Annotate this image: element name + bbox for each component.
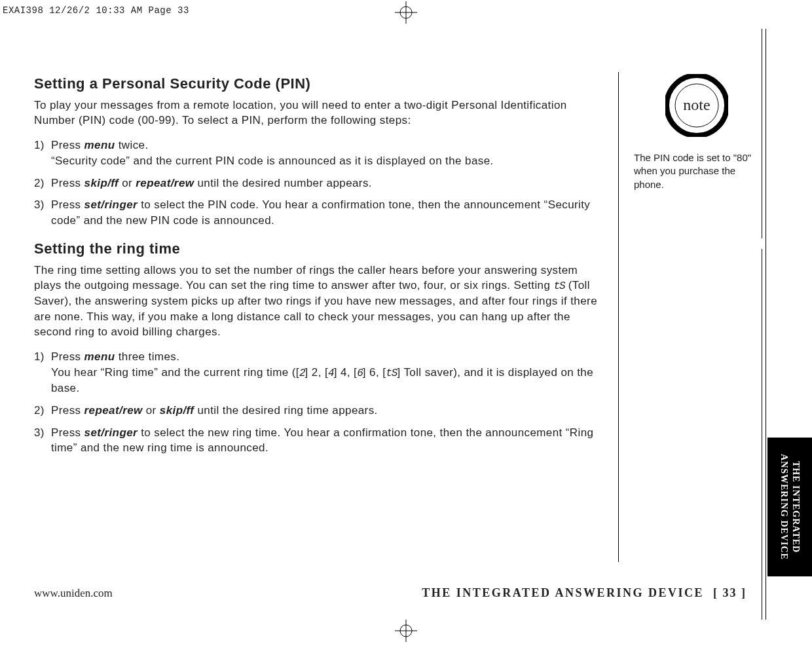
main-column: Setting a Personal Security Code (PIN) T… — [34, 75, 604, 468]
intro-ringtime: The ring time setting allows you to set … — [34, 263, 604, 340]
step-body: Press menu three times. You hear “Ring t… — [51, 349, 604, 396]
step-ring-2: 2) Press repeat/rew or skip/ff until the… — [34, 403, 604, 419]
trim-line-inner-top — [762, 29, 762, 238]
text: You hear “Ring time” and the current rin… — [51, 366, 299, 379]
step-number: 2) — [34, 403, 51, 419]
step-body: Press skip/ff or repeat/rew until the de… — [51, 176, 604, 191]
step-pin-2: 2) Press skip/ff or repeat/rew until the… — [34, 176, 604, 191]
sidebar-note: note The PIN code is set to "80" when yo… — [634, 74, 760, 191]
step-ring-3: 3) Press set/ringer to select the new ri… — [34, 425, 604, 457]
note-icon: note — [665, 74, 728, 137]
step-body: Press repeat/rew or skip/ff until the de… — [51, 403, 604, 419]
button-label-menu: menu — [84, 350, 115, 363]
heading-ringtime: Setting the ring time — [34, 240, 604, 257]
text: Press — [51, 139, 84, 151]
step-body: Press set/ringer to select the PIN code.… — [51, 197, 604, 229]
note-text: The PIN code is set to "80" when you pur… — [634, 151, 760, 191]
button-label-repeatrew: repeat/rew — [136, 177, 194, 189]
segment-display-6: 6 — [357, 367, 363, 379]
footer-url: www.uniden.com — [34, 587, 113, 600]
section-tab: THE INTEGRATED ANSWERING DEVICE — [767, 438, 812, 576]
step-number: 1) — [34, 138, 51, 169]
step-pin-3: 3) Press set/ringer to select the PIN co… — [34, 197, 604, 229]
step-number: 1) — [34, 349, 51, 396]
step-number: 3) — [34, 425, 51, 457]
manual-page: EXAI398 12/26/2 10:33 AM Page 33 Setting… — [0, 0, 812, 655]
page-footer: www.uniden.com THE INTEGRATED ANSWERING … — [34, 586, 747, 600]
crop-mark-top-icon — [395, 1, 417, 24]
text: ] 2, [ — [305, 366, 328, 379]
text: ] 6, [ — [363, 366, 386, 379]
section-tab-label: THE INTEGRATED ANSWERING DEVICE — [779, 438, 802, 576]
steps-pin: 1) Press menu twice. “Security code” and… — [34, 138, 604, 229]
footer-title-text: THE INTEGRATED ANSWERING DEVICE — [422, 586, 704, 599]
segment-display-ts: tS — [553, 280, 564, 292]
footer-title: THE INTEGRATED ANSWERING DEVICE [ 33 ] — [422, 586, 747, 600]
text: until the desired ring time appears. — [194, 404, 377, 417]
text: or — [119, 177, 136, 189]
step-number: 3) — [34, 197, 51, 229]
text: The ring time setting allows you to set … — [34, 264, 578, 291]
text: twice. — [115, 139, 149, 151]
text: three times. — [115, 350, 180, 363]
intro-pin: To play your messages from a remote loca… — [34, 98, 604, 128]
text: ] 4, [ — [334, 366, 357, 379]
text: Press — [51, 404, 84, 417]
text: Press — [51, 198, 84, 211]
button-label-menu: menu — [84, 139, 115, 151]
segment-display-2: 2 — [299, 367, 305, 379]
print-slug: EXAI398 12/26/2 10:33 AM Page 33 — [3, 5, 189, 16]
heading-pin: Setting a Personal Security Code (PIN) — [34, 75, 604, 92]
trim-line-inner-bot — [762, 249, 762, 620]
button-label-skipff: skip/ff — [84, 177, 119, 189]
text: Press — [51, 177, 84, 189]
note-icon-label: note — [683, 96, 710, 114]
trim-line-outer — [766, 29, 766, 620]
text: “Security code” and the current PIN code… — [51, 155, 494, 167]
segment-display-4: 4 — [328, 367, 334, 379]
text: or — [143, 404, 160, 417]
column-divider — [618, 72, 619, 562]
steps-ringtime: 1) Press menu three times. You hear “Rin… — [34, 349, 604, 456]
button-label-setringer: set/ringer — [84, 198, 138, 211]
step-ring-1: 1) Press menu three times. You hear “Rin… — [34, 349, 604, 396]
step-body: Press set/ringer to select the new ring … — [51, 425, 604, 457]
text: Press — [51, 350, 84, 363]
text: until the desired number appears. — [194, 177, 372, 189]
step-body: Press menu twice. “Security code” and th… — [51, 138, 604, 169]
text: Press — [51, 426, 84, 439]
step-number: 2) — [34, 176, 51, 191]
segment-display-ts: tS — [386, 367, 397, 379]
step-pin-1: 1) Press menu twice. “Security code” and… — [34, 138, 604, 169]
crop-mark-bottom-icon — [395, 620, 417, 642]
button-label-setringer: set/ringer — [84, 426, 138, 439]
button-label-repeatrew: repeat/rew — [84, 404, 143, 417]
page-number: [ 33 ] — [713, 586, 747, 599]
button-label-skipff: skip/ff — [160, 404, 194, 417]
